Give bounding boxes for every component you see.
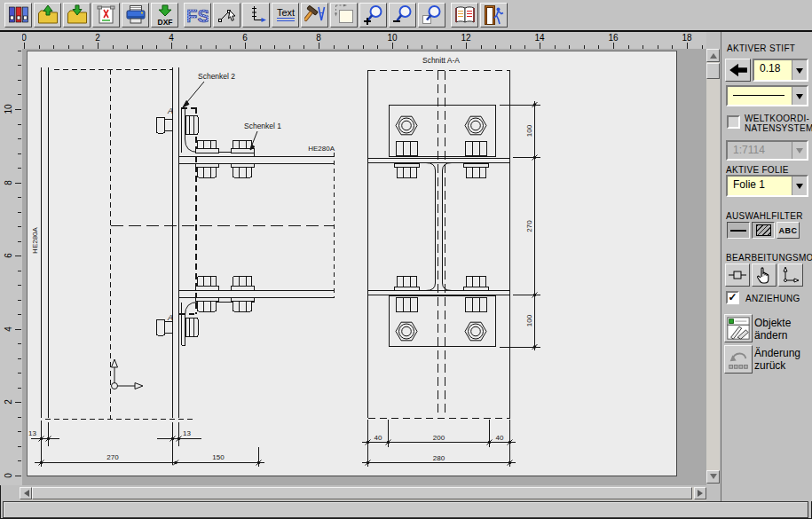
settings-tools-button[interactable] xyxy=(301,3,328,28)
hatch-filter-icon xyxy=(756,224,771,236)
column-label: HE280A xyxy=(31,226,39,253)
horizontal-scrollbar[interactable] xyxy=(20,487,706,500)
auswahlfilter-label: AUSWAHLFILTER xyxy=(726,211,803,221)
drawing-canvas[interactable]: Schenkel 2 Schenkel 1 HE280A HE280A A A xyxy=(28,51,678,477)
text-button[interactable]: Text xyxy=(272,3,299,28)
ruler-top-number: 18 xyxy=(682,33,691,43)
print-button[interactable] xyxy=(122,3,149,28)
dxf-export-button[interactable]: DXF xyxy=(151,3,178,28)
zoom-in-button[interactable] xyxy=(359,3,387,28)
ruler-tick xyxy=(18,212,21,213)
section-mark-bottom: A xyxy=(167,313,173,322)
pen-width-dropdown-button[interactable] xyxy=(792,60,807,80)
scroll-right-button[interactable] xyxy=(694,487,706,499)
ruler-tick xyxy=(18,153,21,154)
save-button[interactable] xyxy=(63,3,91,28)
ruler-tick xyxy=(18,197,21,198)
ruler-tick xyxy=(18,431,21,432)
ruler-tick xyxy=(392,43,393,49)
selection-frame-icon xyxy=(334,4,355,26)
aenderung-zurueck-button[interactable] xyxy=(724,345,753,374)
weltkoordinatensystem-checkbox[interactable] xyxy=(727,115,740,129)
open-button[interactable] xyxy=(34,3,61,28)
previous-pen-button[interactable] xyxy=(725,59,751,82)
zoom-out-button[interactable] xyxy=(389,3,416,28)
manual-button[interactable] xyxy=(451,3,478,28)
ruler-top-number: 14 xyxy=(534,33,544,43)
anziehung-label: ANZIEHUNG xyxy=(745,294,800,303)
aenderung-zurueck-label: Änderung zurück xyxy=(754,347,809,372)
filter-lines-button[interactable] xyxy=(727,222,750,239)
folie-combo[interactable]: Folie 1 xyxy=(726,175,808,197)
ruler-left: 1086420 xyxy=(0,49,22,485)
fs-label: FS xyxy=(187,5,209,26)
arrow-right-icon xyxy=(698,490,706,497)
pen-width-combo[interactable]: 0.18 xyxy=(753,59,808,82)
folie-dropdown-button[interactable] xyxy=(792,177,807,195)
filter-hatch-button[interactable] xyxy=(752,222,775,239)
ruler-tick xyxy=(18,300,21,301)
ruler-top-number: 2 xyxy=(95,33,100,43)
line-style-combo[interactable] xyxy=(726,85,808,106)
toolbar-group-help xyxy=(451,3,508,28)
ruler-top-number: 8 xyxy=(316,33,321,43)
line-filter-icon xyxy=(730,230,746,232)
mode-coordinates-button[interactable] xyxy=(778,263,803,287)
scroll-up-button[interactable] xyxy=(706,49,720,62)
ruler-tick xyxy=(18,124,21,125)
fs-logo-button[interactable]: FS xyxy=(184,3,211,28)
app-window: DXF FS Text xyxy=(0,0,812,519)
scale-dropdown-button xyxy=(792,142,807,159)
draw-line-button[interactable] xyxy=(213,3,240,28)
line-style-dropdown-button[interactable] xyxy=(792,87,807,105)
fs-logo-icon: FS xyxy=(187,4,209,26)
scroll-down-button[interactable] xyxy=(706,470,720,484)
ruler-tick xyxy=(613,43,614,49)
ruler-top-number: 6 xyxy=(242,33,248,43)
ruler-left-number: 4 xyxy=(4,322,14,336)
ruler-tick xyxy=(466,43,467,49)
dim-100-bottom: 100 xyxy=(525,314,533,326)
mode-select-hand-button[interactable] xyxy=(752,263,777,287)
hammer-compass-icon xyxy=(304,4,326,26)
zoom-window-button[interactable] xyxy=(418,3,445,28)
schenkel2-label: Schenkel 2 xyxy=(198,72,235,81)
ruler-tick xyxy=(18,65,21,66)
filter-text-button[interactable]: ABC xyxy=(777,222,800,239)
exit-door-icon xyxy=(484,4,505,26)
vertical-scrollbar[interactable] xyxy=(706,49,720,484)
ruler-tick xyxy=(15,109,21,110)
side-panel: AKTIVER STIFT 0.18 WELTKOORDI- NATENSYST… xyxy=(721,32,812,501)
status-bar xyxy=(3,501,808,518)
canvas-viewport: Schenkel 2 Schenkel 1 HE280A HE280A A A xyxy=(22,49,706,485)
section-bolts xyxy=(394,116,488,341)
ruler-tick xyxy=(18,168,21,169)
anziehung-checkbox[interactable]: ✓ xyxy=(726,291,739,304)
check-icon: ✓ xyxy=(728,291,737,303)
exit-button[interactable] xyxy=(480,3,508,28)
text-label: Text xyxy=(276,7,294,18)
coordinate-input-button[interactable] xyxy=(242,3,270,28)
zoom-in-icon xyxy=(363,4,384,26)
ruler-tick xyxy=(98,43,99,49)
discard-drawing-button[interactable] xyxy=(92,3,120,28)
mode-node-edit-button[interactable] xyxy=(725,263,750,287)
archive-button[interactable] xyxy=(4,3,32,28)
section-dimensions-right: 100 270 100 xyxy=(500,101,540,350)
ruler-tick xyxy=(18,271,21,271)
objekte-aendern-button[interactable] xyxy=(724,314,753,342)
horizontal-scroll-thumb[interactable] xyxy=(32,487,692,499)
dxf-label: DXF xyxy=(157,18,172,26)
ruler-tick xyxy=(319,43,319,49)
ruler-tick xyxy=(18,138,21,139)
weltkoord-line2: NATENSYSTEM xyxy=(745,123,812,133)
selection-frame-button[interactable] xyxy=(330,3,358,28)
scroll-left-button[interactable] xyxy=(20,487,32,499)
schenkel1-label: Schenkel 1 xyxy=(244,122,281,130)
vertical-scroll-thumb[interactable] xyxy=(706,63,720,79)
aktiver-stift-label: AKTIVER STIFT xyxy=(727,43,795,53)
scale-value: 1:7114 xyxy=(728,142,792,159)
dropdown-arrow-icon xyxy=(796,68,803,77)
drawing-page[interactable]: Schenkel 2 Schenkel 1 HE280A HE280A A A xyxy=(27,51,677,476)
ruler-top-number: 0 xyxy=(22,33,27,43)
